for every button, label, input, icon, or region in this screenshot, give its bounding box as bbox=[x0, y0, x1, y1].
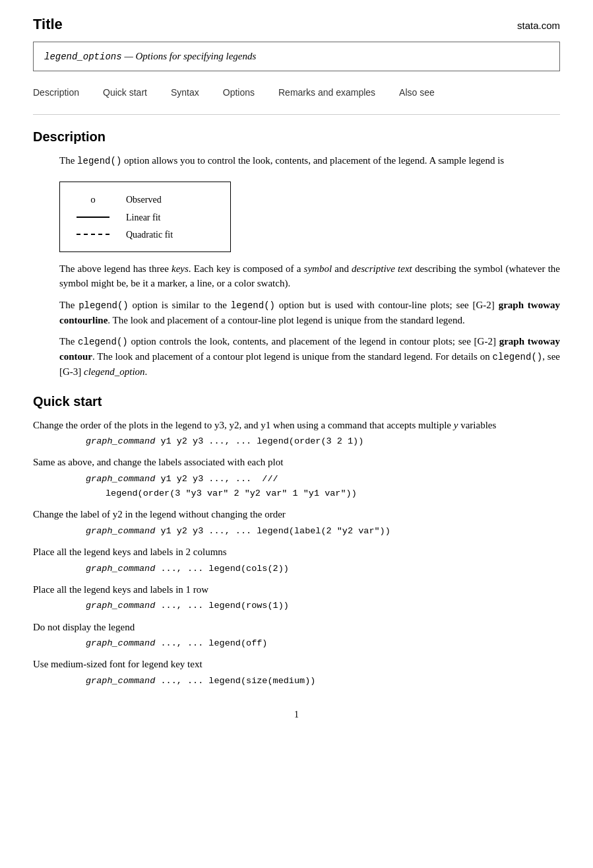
description-heading: Description bbox=[33, 127, 560, 147]
divider-nav bbox=[33, 114, 560, 115]
quickstart-heading: Quick start bbox=[33, 391, 560, 411]
qs-item-2-text: Same as above, and change the labels ass… bbox=[33, 455, 560, 470]
qs-item-3-code: graph_command y1 y2 y3 ..., ... legend(l… bbox=[86, 525, 560, 538]
qs-item-1-code: graph_command y1 y2 y3 ..., ... legend(o… bbox=[86, 435, 560, 448]
qs-item-7-text: Use medium-sized font for legend key tex… bbox=[33, 657, 560, 672]
stata-logo: stata.com bbox=[517, 18, 560, 34]
nav-options[interactable]: Options bbox=[211, 83, 266, 102]
legend-row-quadratic: Quadratic fit bbox=[73, 228, 217, 242]
graph-twoway-contourline-bold: graph twoway contourline bbox=[59, 300, 560, 325]
qs-item-6-text: Do not display the legend bbox=[33, 620, 560, 635]
qs-item-2-code-2: legend(order(3 "y3 var" 2 "y2 var" 1 "y1… bbox=[106, 487, 560, 500]
clegend-code: clegend() bbox=[78, 337, 128, 347]
title-box: legend_options — Options for specifying … bbox=[33, 42, 560, 71]
legend-sample-box: o Observed Linear fit Quadratic fit bbox=[59, 182, 231, 252]
legend-label-quadratic: Quadratic fit bbox=[126, 228, 173, 242]
qs-item-5-code: graph_command ..., ... legend(rows(1)) bbox=[86, 599, 560, 613]
dashed-line-icon bbox=[77, 234, 109, 235]
nav-remarks[interactable]: Remarks and examples bbox=[266, 83, 387, 102]
qs-item-7-code: graph_command ..., ... legend(size(mediu… bbox=[86, 675, 560, 688]
qs-item-3-text: Change the label of y2 in the legend wit… bbox=[33, 507, 560, 522]
page-title: Title bbox=[33, 13, 63, 35]
legend-label-observed: Observed bbox=[126, 193, 162, 207]
solid-line-icon bbox=[77, 217, 109, 218]
qs-item-2-code-1: graph_command y1 y2 y3 ..., ... /// bbox=[86, 473, 560, 486]
qs-item-5-text: Place all the legend keys and labels in … bbox=[33, 582, 560, 597]
description-para4: The clegend() option controls the look, … bbox=[59, 334, 560, 380]
legend-option-code: legend() bbox=[77, 156, 121, 166]
clegend-option-italic: clegend_option bbox=[84, 366, 144, 377]
qs-item-1-text: Change the order of the plots in the leg… bbox=[33, 418, 560, 433]
qs-item-4-text: Place all the legend keys and labels in … bbox=[33, 545, 560, 560]
legend-symbol-quadratic bbox=[73, 234, 113, 235]
plegend-code: plegend() bbox=[78, 300, 129, 311]
clegend-code2: clegend() bbox=[493, 352, 543, 362]
nav-description[interactable]: Description bbox=[33, 83, 91, 102]
legend-symbol-linear bbox=[73, 217, 113, 218]
legend-row-observed: o Observed bbox=[73, 192, 217, 207]
qs-item-6-code: graph_command ..., ... legend(off) bbox=[86, 637, 560, 650]
nav-quickstart[interactable]: Quick start bbox=[91, 83, 159, 102]
page-footer: 1 bbox=[33, 708, 560, 721]
page-header: Title stata.com bbox=[33, 13, 560, 35]
legend-code2: legend() bbox=[231, 300, 275, 311]
description-para2: The above legend has three keys. Each ke… bbox=[59, 261, 560, 291]
legend-label-linear: Linear fit bbox=[126, 211, 160, 224]
graph-twoway-contour-bold: graph twoway contour bbox=[59, 336, 560, 362]
nav-bar: Description Quick start Syntax Options R… bbox=[33, 83, 560, 102]
nav-syntax[interactable]: Syntax bbox=[159, 83, 211, 102]
description-para3: The plegend() option is similar to the l… bbox=[59, 298, 560, 328]
title-box-separator: — bbox=[122, 51, 136, 61]
title-box-description: Options for specifying legends bbox=[135, 51, 256, 61]
nav-alsosee[interactable]: Also see bbox=[387, 83, 447, 102]
legend-row-linear: Linear fit bbox=[73, 211, 217, 224]
legend-symbol-observed: o bbox=[73, 192, 113, 207]
title-box-italic: legend_options bbox=[44, 51, 122, 62]
page-number: 1 bbox=[294, 710, 299, 719]
description-para1: The legend() option allows you to contro… bbox=[59, 153, 560, 168]
qs-item-4-code: graph_command ..., ... legend(cols(2)) bbox=[86, 562, 560, 576]
